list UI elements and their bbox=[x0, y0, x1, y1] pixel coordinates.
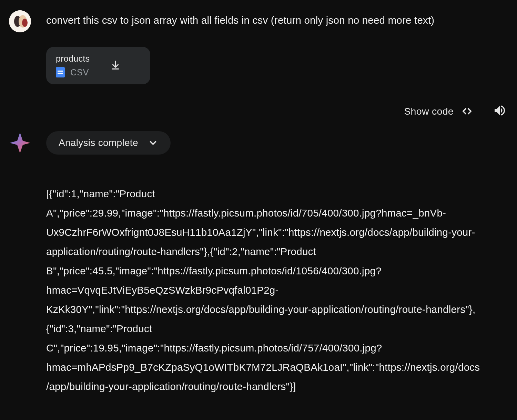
analysis-complete-chip[interactable]: Analysis complete bbox=[46, 131, 171, 155]
user-prompt-text: convert this csv to json array with all … bbox=[46, 10, 434, 29]
gemini-spark-icon bbox=[9, 132, 31, 154]
file-attachment-card[interactable]: products CSV bbox=[46, 47, 150, 84]
analysis-chip-label: Analysis complete bbox=[59, 137, 138, 148]
ai-message-row: Analysis complete bbox=[9, 131, 510, 155]
show-code-button[interactable]: Show code bbox=[404, 106, 474, 117]
svg-point-3 bbox=[22, 19, 28, 27]
response-action-row: Show code bbox=[9, 104, 510, 119]
show-code-label: Show code bbox=[404, 106, 454, 117]
sound-icon[interactable] bbox=[493, 104, 507, 119]
attachment-meta: products CSV bbox=[56, 54, 90, 77]
code-icon bbox=[460, 106, 474, 116]
ai-response-text: [{"id":1,"name":"Product A","price":29.9… bbox=[46, 184, 480, 397]
attachment-typeline: CSV bbox=[56, 67, 90, 77]
attachment-filetype: CSV bbox=[70, 67, 89, 77]
user-avatar bbox=[9, 10, 31, 32]
attachment-row: products CSV bbox=[46, 47, 510, 84]
user-message-row: convert this csv to json array with all … bbox=[9, 10, 510, 32]
attachment-filename: products bbox=[56, 54, 90, 64]
document-icon bbox=[56, 67, 65, 77]
chevron-down-icon bbox=[148, 138, 158, 148]
download-icon[interactable] bbox=[110, 60, 121, 72]
chat-stage: convert this csv to json array with all … bbox=[0, 0, 517, 420]
